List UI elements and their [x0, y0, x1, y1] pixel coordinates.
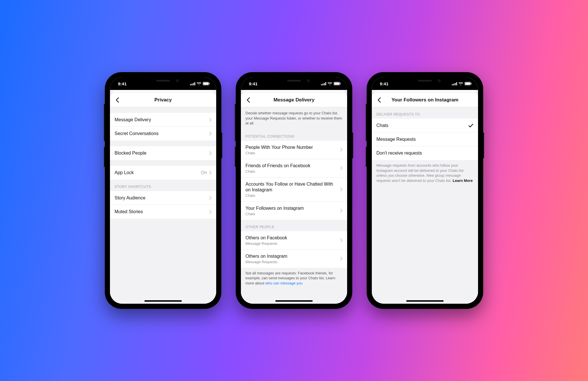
- chevron-left-icon: [377, 97, 381, 103]
- row-label: Chats: [376, 123, 388, 128]
- chevron-right-icon: [209, 210, 212, 214]
- home-indicator[interactable]: [144, 300, 182, 302]
- row-label: Message Requests: [376, 136, 416, 142]
- status-icons: [190, 82, 210, 85]
- row-label: People With Your Phone Number: [245, 145, 313, 150]
- row-label: Muted Stories: [115, 209, 143, 215]
- svg-rect-16: [455, 83, 456, 85]
- section-description: Decide whether message requests go to yo…: [241, 107, 347, 129]
- notch: [398, 77, 452, 85]
- nav-bar: Message Delivery: [241, 93, 347, 107]
- row-instagram-followers[interactable]: Your Followers on InstagramChats: [241, 202, 347, 220]
- svg-rect-6: [209, 83, 210, 84]
- svg-rect-19: [465, 82, 470, 85]
- content-area: Decide whether message requests go to yo…: [241, 107, 347, 304]
- check-icon: [468, 124, 473, 128]
- battery-icon: [465, 82, 472, 85]
- home-indicator[interactable]: [406, 300, 444, 302]
- chevron-right-icon: [209, 118, 212, 122]
- option-dont-receive[interactable]: Don't receive requests: [372, 146, 478, 160]
- section-header-other: OTHER PEOPLE: [241, 220, 347, 231]
- battery-icon: [203, 82, 210, 85]
- row-value: On: [201, 170, 207, 175]
- footnote-link[interactable]: who can message you: [265, 281, 302, 285]
- section-header-deliver: DELIVER REQUESTS TO: [372, 107, 478, 119]
- row-label: Your Followers on Instagram: [245, 205, 304, 211]
- row-friends-of-friends[interactable]: Friends of Friends on FacebookChats: [241, 159, 347, 178]
- chevron-right-icon: [340, 148, 343, 152]
- page-title: Privacy: [154, 97, 172, 103]
- status-time: 9:41: [380, 81, 388, 86]
- svg-rect-2: [193, 83, 194, 85]
- svg-rect-0: [190, 84, 191, 85]
- footnote-text: Message requests from accounts who follo…: [376, 163, 463, 183]
- cell-signal-icon: [452, 82, 457, 85]
- status-time: 9:41: [249, 81, 258, 86]
- row-sub: Chats: [245, 169, 310, 174]
- page-title: Message Delivery: [274, 97, 315, 103]
- home-indicator[interactable]: [275, 300, 313, 302]
- row-label: App Lock: [115, 170, 134, 176]
- row-label: Secret Conversations: [115, 131, 158, 136]
- row-app-lock[interactable]: App Lock On: [110, 166, 216, 180]
- svg-rect-10: [325, 82, 326, 85]
- row-label: Message Delivery: [115, 117, 151, 123]
- chevron-right-icon: [340, 238, 343, 242]
- chevron-right-icon: [209, 151, 212, 155]
- cell-signal-icon: [190, 82, 195, 85]
- svg-rect-12: [334, 82, 339, 85]
- wifi-icon: [459, 82, 463, 85]
- row-sub: Chats: [245, 193, 338, 198]
- content-area: DELIVER REQUESTS TO Chats Message Reques…: [372, 107, 478, 304]
- row-message-delivery[interactable]: Message Delivery: [110, 113, 216, 127]
- section-header-story-shortcuts: STORY SHORTCUTS: [110, 180, 216, 191]
- chevron-right-icon: [340, 209, 343, 213]
- svg-rect-7: [321, 84, 322, 85]
- row-phone-number[interactable]: People With Your Phone NumberChats: [241, 141, 347, 159]
- footnote: Message requests from accounts who follo…: [372, 160, 478, 188]
- svg-rect-13: [340, 83, 341, 84]
- row-blocked-people[interactable]: Blocked People: [110, 146, 216, 160]
- sheet-peek: [112, 90, 214, 93]
- row-label: Accounts You Follow or Have Chatted With…: [245, 181, 338, 193]
- row-label: Story Audience: [115, 195, 146, 201]
- row-secret-conversations[interactable]: Secret Conversations: [110, 127, 216, 141]
- chevron-right-icon: [209, 196, 212, 200]
- row-instagram-following[interactable]: Accounts You Follow or Have Chatted With…: [241, 178, 347, 202]
- svg-rect-20: [471, 83, 472, 84]
- chevron-left-icon: [115, 97, 119, 103]
- back-button[interactable]: [113, 96, 121, 104]
- back-button[interactable]: [375, 96, 383, 104]
- chevron-left-icon: [246, 97, 250, 103]
- notch: [136, 77, 190, 85]
- svg-rect-3: [194, 82, 195, 85]
- row-sub: Message Requests: [245, 260, 287, 264]
- svg-rect-15: [453, 84, 454, 85]
- option-message-requests[interactable]: Message Requests: [372, 132, 478, 146]
- row-others-instagram[interactable]: Others on InstagramMessage Requests: [241, 250, 347, 268]
- svg-rect-14: [452, 84, 453, 85]
- row-muted-stories[interactable]: Muted Stories: [110, 205, 216, 219]
- row-label: Don't receive requests: [376, 150, 422, 156]
- row-others-facebook[interactable]: Others on FacebookMessage Requests: [241, 231, 347, 250]
- option-chats[interactable]: Chats: [372, 119, 478, 132]
- battery-icon: [334, 82, 341, 85]
- row-sub: Chats: [245, 151, 313, 155]
- wifi-icon: [328, 82, 332, 85]
- back-button[interactable]: [244, 96, 252, 104]
- chevron-right-icon: [340, 166, 343, 170]
- chevron-right-icon: [209, 171, 212, 175]
- row-label: Others on Facebook: [245, 235, 287, 241]
- svg-rect-8: [322, 84, 323, 85]
- nav-bar: Your Followers on Instagram: [372, 93, 478, 107]
- svg-rect-17: [456, 82, 457, 85]
- status-icons: [452, 82, 472, 85]
- footnote-learn-more[interactable]: Learn More: [453, 178, 473, 183]
- svg-rect-5: [203, 82, 208, 85]
- cell-signal-icon: [321, 82, 326, 85]
- phone-message-delivery: 9:41 Message Delivery Decide whether mes…: [236, 72, 352, 309]
- row-story-audience[interactable]: Story Audience: [110, 191, 216, 205]
- chevron-right-icon: [209, 132, 212, 136]
- sheet-peek: [243, 90, 345, 93]
- footnote: Not all messages are requests: Facebook …: [241, 268, 347, 290]
